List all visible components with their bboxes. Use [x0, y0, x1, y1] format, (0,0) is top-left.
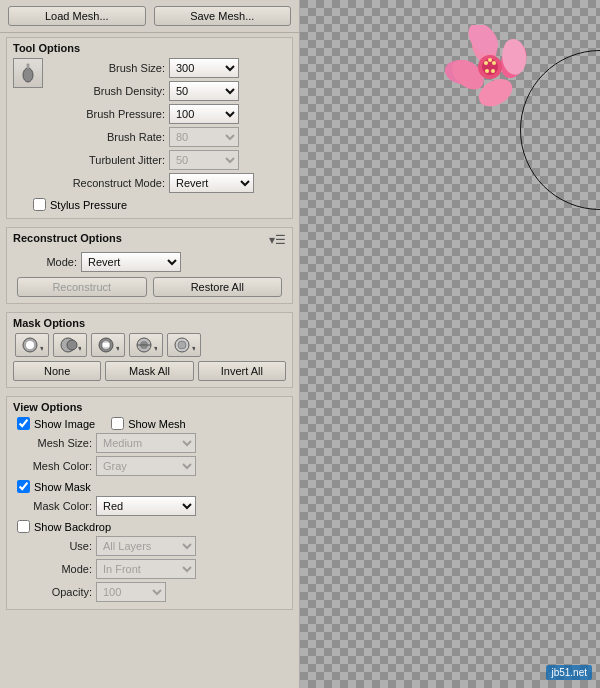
show-mesh-checkbox[interactable] [111, 417, 124, 430]
mask-color-label: Mask Color: [17, 500, 92, 512]
show-backdrop-checkbox[interactable] [17, 520, 30, 533]
restore-all-button[interactable]: Restore All [153, 277, 283, 297]
backdrop-mode-label: Mode: [17, 563, 92, 575]
svg-point-6 [67, 340, 77, 350]
svg-rect-1 [27, 64, 29, 69]
recon-mode-row: Mode: RevertRigidStiff [13, 252, 286, 272]
reconstruct-options-title: Reconstruct Options [13, 232, 122, 244]
recon-mode-label: Mode: [17, 256, 77, 268]
mask-options-section: Mask Options ▾ ▾ [6, 312, 293, 388]
svg-point-28 [484, 61, 488, 65]
recon-mode-select[interactable]: RevertRigidStiff [81, 252, 181, 272]
tool-options-title: Tool Options [13, 42, 286, 54]
tool-options-section: Tool Options Brush Size: 300100200400 Br… [6, 37, 293, 219]
stylus-pressure-label: Stylus Pressure [50, 199, 127, 211]
liquify-panel: Load Mesh... Save Mesh... Tool Options B… [0, 0, 300, 688]
mesh-size-label: Mesh Size: [17, 437, 92, 449]
canvas-area: jb51.net [300, 0, 600, 688]
reconstruct-button[interactable]: Reconstruct [17, 277, 147, 297]
svg-point-30 [488, 58, 492, 62]
brush-pressure-row: Brush Pressure: 100507525 [51, 104, 286, 124]
show-image-checkbox[interactable] [17, 417, 30, 430]
mesh-size-row: Mesh Size: MediumSmallLarge [13, 433, 286, 453]
opacity-row: Opacity: 1007550250 [13, 582, 286, 602]
turbulent-jitter-label: Turbulent Jitter: [55, 154, 165, 166]
mask-all-button[interactable]: Mask All [105, 361, 193, 381]
show-mesh-row: Show Mesh [111, 417, 185, 430]
view-options-section: View Options Show Image Show Mesh Mesh S… [6, 396, 293, 610]
mesh-color-select[interactable]: GrayBlackWhiteRed [96, 456, 196, 476]
show-backdrop-label: Show Backdrop [34, 521, 111, 533]
show-mesh-label: Show Mesh [128, 418, 185, 430]
mask-button-row: None Mask All Invert All [13, 361, 286, 381]
flower-image [445, 25, 535, 110]
svg-point-29 [492, 61, 496, 65]
watermark: jb51.net [546, 665, 592, 680]
svg-point-31 [485, 69, 489, 73]
stylus-pressure-checkbox[interactable] [33, 198, 46, 211]
reconstruct-options-menu-icon[interactable]: ▾☰ [269, 233, 286, 247]
svg-point-3 [26, 341, 34, 349]
opacity-label: Opacity: [17, 586, 92, 598]
mask-icon-button-4[interactable]: ▾ [129, 333, 163, 357]
mask-icon-button-1[interactable]: ▾ [15, 333, 49, 357]
brush-size-label: Brush Size: [55, 62, 165, 74]
brush-rate-label: Brush Rate: [55, 131, 165, 143]
mask-icons-row: ▾ ▾ ▾ [13, 333, 286, 357]
use-row: Use: All LayersLayer 1Background [13, 536, 286, 556]
invert-all-button[interactable]: Invert All [198, 361, 286, 381]
stylus-pressure-row: Stylus Pressure [13, 198, 286, 211]
mesh-size-select[interactable]: MediumSmallLarge [96, 433, 196, 453]
reconstruct-mode-select[interactable]: RevertRigidStiffSmooth [169, 173, 254, 193]
use-select[interactable]: All LayersLayer 1Background [96, 536, 196, 556]
reconstruct-options-section: Reconstruct Options ▾☰ Mode: RevertRigid… [6, 227, 293, 304]
brush-density-select[interactable]: 502575100 [169, 81, 239, 101]
show-backdrop-row: Show Backdrop [17, 520, 282, 533]
brush-density-row: Brush Density: 502575100 [51, 81, 286, 101]
show-mask-checkbox[interactable] [17, 480, 30, 493]
backdrop-mode-row: Mode: In FrontBehind [13, 559, 286, 579]
reconstruct-mode-label: Reconstruct Mode: [55, 177, 165, 189]
mask-icon-button-5[interactable]: ▾ [167, 333, 201, 357]
svg-text:▾: ▾ [154, 344, 157, 353]
opacity-select[interactable]: 1007550250 [96, 582, 166, 602]
brush-density-label: Brush Density: [55, 85, 165, 97]
brush-rate-row: Brush Rate: 804060100 [51, 127, 286, 147]
backdrop-mode-select[interactable]: In FrontBehind [96, 559, 196, 579]
show-image-label: Show Image [34, 418, 95, 430]
view-options-title: View Options [13, 401, 286, 413]
turbulent-jitter-row: Turbulent Jitter: 502575100 [51, 150, 286, 170]
brush-size-row: Brush Size: 300100200400 [51, 58, 286, 78]
reconstruct-mode-row: Reconstruct Mode: RevertRigidStiffSmooth [51, 173, 286, 193]
svg-text:▾: ▾ [116, 344, 119, 353]
load-mesh-button[interactable]: Load Mesh... [8, 6, 146, 26]
mask-options-title: Mask Options [13, 317, 286, 329]
svg-point-0 [23, 68, 33, 82]
svg-point-32 [491, 69, 495, 73]
mask-icon-button-3[interactable]: ▾ [91, 333, 125, 357]
mesh-color-row: Mesh Color: GrayBlackWhiteRed [13, 456, 286, 476]
none-button[interactable]: None [13, 361, 101, 381]
mask-color-row: Mask Color: RedGreenBlueBlackWhite [13, 496, 286, 516]
show-mask-row: Show Mask [17, 480, 282, 493]
mask-icon-button-2[interactable]: ▾ [53, 333, 87, 357]
brush-rate-select[interactable]: 804060100 [169, 127, 239, 147]
svg-text:▾: ▾ [192, 344, 195, 353]
svg-text:▾: ▾ [40, 344, 43, 353]
svg-point-17 [178, 341, 186, 349]
show-mask-label: Show Mask [34, 481, 91, 493]
svg-text:▾: ▾ [78, 344, 81, 353]
turbulent-jitter-select[interactable]: 502575100 [169, 150, 239, 170]
mask-color-select[interactable]: RedGreenBlueBlackWhite [96, 496, 196, 516]
reconstruct-options-header: Reconstruct Options ▾☰ [13, 232, 286, 248]
show-image-row: Show Image [17, 417, 95, 430]
brush-pressure-label: Brush Pressure: [55, 108, 165, 120]
brush-size-select[interactable]: 300100200400 [169, 58, 239, 78]
brush-icon-button[interactable] [13, 58, 43, 88]
brush-pressure-select[interactable]: 100507525 [169, 104, 239, 124]
mesh-color-label: Mesh Color: [17, 460, 92, 472]
save-mesh-button[interactable]: Save Mesh... [154, 6, 292, 26]
top-button-bar: Load Mesh... Save Mesh... [0, 0, 299, 33]
use-label: Use: [17, 540, 92, 552]
